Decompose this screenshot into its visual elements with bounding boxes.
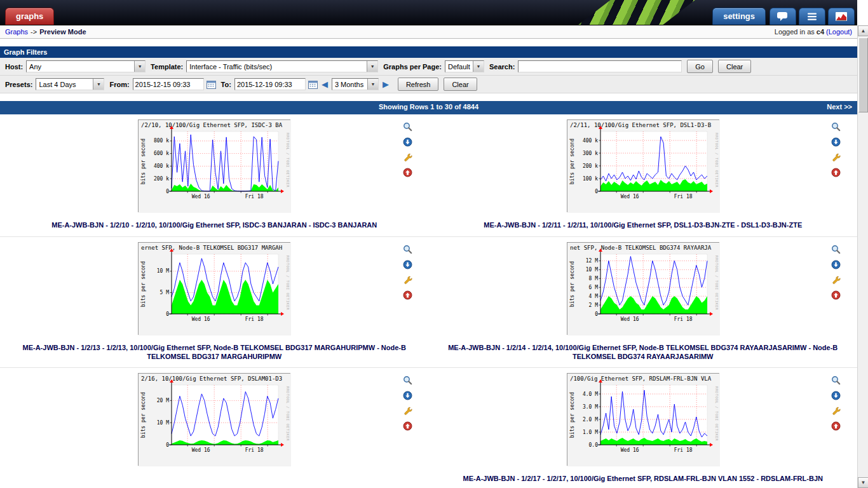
graphs-chart-icon[interactable] (828, 8, 855, 25)
scroll-down-button[interactable]: ▼ (858, 477, 868, 488)
help-bubble-icon[interactable] (770, 8, 796, 25)
graph-action-icons (831, 122, 841, 177)
console-list-icon[interactable] (799, 8, 825, 25)
svg-text:100 k: 100 k (583, 176, 598, 182)
rrdtool-graph-svg: 2/16, 10/100/Gig Ethernet SFP, DSLAM01-D… (139, 374, 291, 466)
graph-action-icons (403, 122, 412, 177)
presets-select-value: Last 4 Days (36, 81, 93, 88)
from-date-input[interactable] (133, 78, 204, 90)
tab-graphs[interactable]: graphs (5, 8, 54, 25)
page-top-icon[interactable] (831, 290, 841, 300)
chevron-down-icon: ▼ (93, 79, 104, 90)
go-button[interactable]: Go (687, 60, 713, 73)
search-label: Search: (489, 63, 515, 71)
graph-cell: /100/Gig Ethernet SFP, RDSLAM-FRL-BJN VL… (429, 368, 858, 488)
speech-bubble-icon (776, 11, 789, 22)
scrollbar-thumb[interactable] (858, 37, 868, 112)
svg-text:RRDTOOL / TOBI OETIKER: RRDTOOL / TOBI OETIKER (286, 133, 290, 187)
zoom-icon[interactable] (403, 122, 412, 132)
zoom-icon[interactable] (403, 376, 412, 385)
svg-text:Fri 18: Fri 18 (245, 316, 264, 322)
graph-source-icon[interactable] (403, 275, 412, 285)
zoom-icon[interactable] (831, 376, 841, 385)
tab-graphs-label: graphs (16, 11, 43, 21)
template-select[interactable]: Interface - Traffic (bits/sec) ▼ (186, 60, 378, 72)
svg-text:4.0 M: 4.0 M (583, 391, 598, 397)
to-calendar-icon[interactable] (308, 80, 318, 89)
svg-text:bits per second: bits per second (569, 392, 575, 438)
rrdtool-graph-svg: /2/11, 10/100/Gig Ethernet SFP, DSL1-D3-… (567, 120, 720, 213)
graph-caption: ME-A-JWB-BJN - 1/2/17 - 1/2/17, 10/100/G… (440, 475, 846, 484)
scroll-up-button[interactable]: ▲ (858, 25, 868, 36)
zoom-icon[interactable] (403, 245, 412, 254)
csv-export-icon[interactable] (403, 260, 412, 269)
from-calendar-icon[interactable] (207, 80, 216, 89)
rrdtool-graph-svg: /2/10, 10/100/Gig Ethernet SFP, ISDC-3 B… (139, 120, 291, 213)
graph-filters-title: Graph Filters (0, 46, 857, 58)
svg-text:2.0 M: 2.0 M (583, 417, 598, 423)
rrdtool-graph-image[interactable]: /100/Gig Ethernet SFP, RDSLAM-FRL-BJN VL… (567, 373, 719, 466)
next-page-link[interactable]: Next >> (827, 103, 852, 111)
rrdtool-graph-image[interactable]: ernet SFP, Node-B TELKOMSEL BDG317 MARGA… (138, 242, 290, 335)
logged-in-user: c4 (817, 28, 824, 36)
svg-text:/2/10, 10/100/Gig Ethernet SFP: /2/10, 10/100/Gig Ethernet SFP, ISDC-3 B… (141, 122, 283, 128)
page-top-icon[interactable] (403, 421, 412, 431)
showing-rows-text: Showing Rows 1 to 30 of 4844 (0, 103, 857, 111)
zoom-icon[interactable] (831, 122, 841, 132)
csv-export-icon[interactable] (831, 260, 841, 269)
svg-text:8 M: 8 M (588, 276, 598, 281)
svg-text:ernet SFP, Node-B TELKOMSEL BD: ernet SFP, Node-B TELKOMSEL BDG317 MARGA… (141, 245, 282, 251)
vertical-scrollbar[interactable]: ▲ ▼ (857, 25, 868, 488)
top-navigation: graphs settings (0, 0, 857, 25)
svg-text:3.0 M: 3.0 M (583, 404, 598, 410)
logout-link[interactable]: (Logout) (826, 28, 852, 36)
refresh-button[interactable]: Refresh (398, 78, 439, 91)
breadcrumb-graphs-link[interactable]: Graphs (5, 28, 28, 36)
graph-source-icon[interactable] (403, 152, 412, 162)
page-top-icon[interactable] (403, 290, 412, 300)
presets-select[interactable]: Last 4 Days ▼ (36, 78, 104, 90)
svg-text:bits per second: bits per second (140, 261, 146, 306)
template-label: Template: (151, 63, 183, 71)
page-top-icon[interactable] (831, 421, 841, 431)
to-date-input[interactable] (234, 78, 306, 90)
graph-source-icon[interactable] (831, 406, 841, 416)
filter-row-2: Presets: Last 4 Days ▼ From: To: ◀ 3 Mon… (0, 76, 857, 93)
graph-row: ernet SFP, Node-B TELKOMSEL BDG317 MARGA… (0, 237, 857, 369)
tab-settings[interactable]: settings (712, 8, 766, 25)
csv-export-icon[interactable] (403, 391, 412, 400)
graph-source-icon[interactable] (831, 275, 841, 285)
shift-right-icon[interactable]: ▶ (383, 80, 389, 88)
clear-timespan-button[interactable]: Clear (444, 78, 477, 91)
svg-text:Fri 18: Fri 18 (674, 316, 692, 322)
shift-left-icon[interactable]: ◀ (322, 80, 328, 88)
rrdtool-graph-image[interactable]: 2/16, 10/100/Gig Ethernet SFP, DSLAM01-D… (138, 373, 290, 466)
csv-export-icon[interactable] (403, 137, 412, 147)
rrdtool-graph-image[interactable]: net SFP, Node-B TELKOMSEL BDG374 RAYAARJ… (567, 242, 719, 335)
search-input[interactable] (518, 60, 682, 72)
csv-export-icon[interactable] (831, 137, 841, 147)
svg-text:/100/Gig Ethernet SFP, RDSLAM-: /100/Gig Ethernet SFP, RDSLAM-FRL-BJN VL… (570, 376, 712, 382)
graph-source-icon[interactable] (403, 406, 412, 416)
svg-text:RRDTOOL / TOBI OETIKER: RRDTOOL / TOBI OETIKER (286, 255, 290, 310)
graphs-per-page-label: Graphs per Page: (383, 63, 442, 71)
shift-interval-select[interactable]: 3 Months ▼ (332, 78, 379, 90)
graphs-per-page-select[interactable]: Default ▼ (445, 60, 484, 72)
breadcrumb-current: Preview Mode (39, 28, 86, 36)
rrdtool-graph-image[interactable]: /2/10, 10/100/Gig Ethernet SFP, ISDC-3 B… (138, 119, 290, 212)
graph-source-icon[interactable] (831, 152, 841, 162)
host-select[interactable]: Any ▼ (26, 60, 146, 72)
rrdtool-graph-image[interactable]: /2/11, 10/100/Gig Ethernet SFP, DSL1-D3-… (567, 119, 719, 212)
clear-button[interactable]: Clear (718, 60, 751, 73)
page-top-icon[interactable] (831, 168, 841, 177)
presets-label: Presets: (5, 81, 32, 88)
svg-text:1.0 M: 1.0 M (583, 430, 598, 435)
svg-text:0: 0 (595, 311, 598, 316)
csv-export-icon[interactable] (831, 391, 841, 400)
graph-cell: 2/16, 10/100/Gig Ethernet SFP, DSLAM01-D… (0, 368, 429, 488)
graph-filters-section: Graph Filters Host: Any ▼ Template: Inte… (0, 46, 857, 93)
page-top-icon[interactable] (403, 168, 412, 177)
graph-cell: /2/10, 10/100/Gig Ethernet SFP, ISDC-3 B… (0, 114, 429, 236)
zoom-icon[interactable] (831, 245, 841, 254)
area-chart-icon (835, 11, 848, 22)
